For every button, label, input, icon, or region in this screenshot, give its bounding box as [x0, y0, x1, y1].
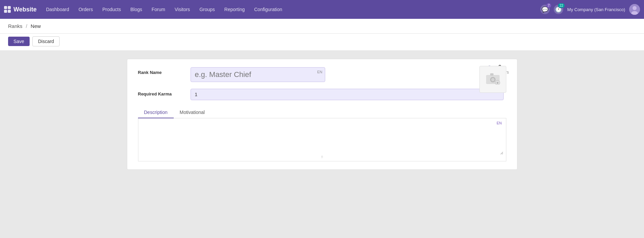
tabs-bar: Description Motivational [138, 107, 506, 118]
required-karma-control [191, 89, 506, 100]
app-logo[interactable]: Website [4, 6, 37, 13]
rank-name-input[interactable] [191, 67, 325, 82]
activity-count: 22 [558, 3, 565, 8]
nav-products[interactable]: Products [98, 5, 125, 14]
top-navigation: Website Dashboard Orders Products Blogs … [0, 0, 644, 19]
nav-reporting[interactable]: Reporting [220, 5, 249, 14]
nav-menu: Dashboard Orders Products Blogs Forum Vi… [42, 5, 540, 14]
messages-count: 7 [546, 3, 551, 8]
nav-right: 💬 7 🕐 22 My Company (San Francisco) [540, 4, 640, 15]
activity-button[interactable]: 🕐 22 [554, 5, 563, 14]
rank-name-label: Rank Name [138, 67, 185, 75]
messages-button[interactable]: 💬 7 [540, 5, 550, 14]
rank-name-input-wrap: EN [191, 67, 325, 82]
svg-text:+: + [496, 81, 499, 85]
nav-dashboard[interactable]: Dashboard [42, 5, 73, 14]
save-button[interactable]: Save [8, 37, 30, 46]
description-area-wrap: EN ⠿ [138, 118, 506, 161]
toolbar: Save Discard [0, 34, 644, 51]
nav-forum[interactable]: Forum [147, 5, 169, 14]
breadcrumb-current: New [31, 23, 41, 29]
app-name: Website [13, 6, 37, 13]
description-lang: EN [497, 121, 502, 125]
nav-visitors[interactable]: Visitors [171, 5, 194, 14]
camera-icon: + [485, 72, 500, 87]
grid-icon [4, 6, 11, 13]
description-textarea[interactable] [141, 121, 503, 155]
tab-motivational[interactable]: Motivational [174, 107, 211, 118]
rank-name-control: EN [191, 67, 506, 82]
form-card: 0 Users + Rank Name [127, 59, 517, 170]
breadcrumb-parent[interactable]: Ranks [8, 23, 23, 29]
breadcrumb: Ranks / New [8, 23, 41, 29]
discard-button[interactable]: Discard [32, 36, 60, 46]
nav-configuration[interactable]: Configuration [250, 5, 286, 14]
required-karma-row: Required Karma [138, 89, 506, 100]
nav-blogs[interactable]: Blogs [126, 5, 146, 14]
content-area: 0 Users + Rank Name [0, 51, 644, 238]
tab-description[interactable]: Description [138, 107, 174, 118]
user-avatar[interactable] [629, 4, 640, 15]
photo-upload-button[interactable]: + [479, 66, 506, 93]
svg-point-9 [491, 78, 495, 81]
resize-handle[interactable]: ⠿ [141, 156, 503, 158]
svg-point-1 [633, 6, 637, 10]
breadcrumb-bar: Ranks / New [0, 19, 644, 34]
required-karma-input[interactable] [191, 89, 504, 100]
nav-orders[interactable]: Orders [74, 5, 97, 14]
svg-rect-10 [490, 73, 494, 76]
rank-name-lang: EN [317, 70, 322, 74]
company-name[interactable]: My Company (San Francisco) [567, 7, 625, 12]
breadcrumb-separator: / [26, 23, 27, 29]
nav-groups[interactable]: Groups [195, 5, 219, 14]
required-karma-label: Required Karma [138, 89, 185, 96]
rank-name-row: Rank Name EN [138, 67, 506, 82]
